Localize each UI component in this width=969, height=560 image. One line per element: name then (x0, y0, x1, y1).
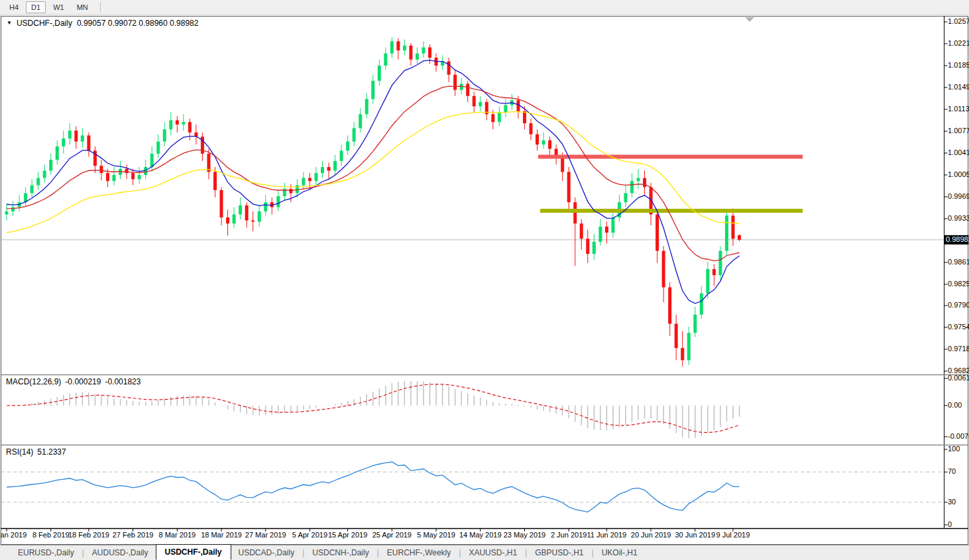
tab-ukoil-h1[interactable]: UKOil-,H1 (595, 546, 645, 559)
chart-shift-marker-icon[interactable] (745, 17, 754, 22)
tab-xauusd-h1[interactable]: XAUUSD-,H1 (461, 546, 524, 559)
tab-usdchf-daily[interactable]: USDCHF-,Daily (156, 544, 231, 560)
tab-eurusd-daily[interactable]: EURUSD-,Daily (11, 546, 82, 559)
tab-eurchf-weekly[interactable]: EURCHF-,Weekly (380, 546, 458, 559)
tab-usdcnh-daily[interactable]: USDCNH-,Daily (305, 546, 376, 559)
tab-gbpusd-h1[interactable]: GBPUSD-,H1 (528, 546, 591, 559)
chart-tab-bar: EURUSD-,Daily|AUDUSD-,DailyUSDCHF-,Daily… (0, 545, 969, 560)
tab-usdcad-daily[interactable]: USDCAD-,Daily (231, 546, 302, 559)
price-chart-canvas[interactable] (0, 0, 969, 560)
tab-audusd-daily[interactable]: AUDUSD-,Daily (85, 546, 156, 559)
